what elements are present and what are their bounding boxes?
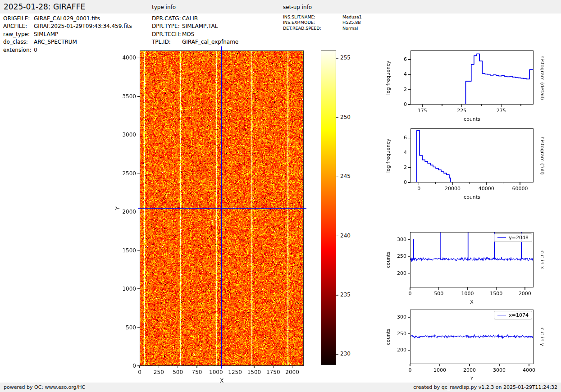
x-tick bbox=[410, 287, 410, 290]
field-value: MOS bbox=[182, 31, 194, 38]
y-axis-label-text: counts bbox=[385, 251, 391, 268]
y-tick bbox=[137, 365, 140, 366]
footer-bar: powered by QC: www.eso.org/HC created by… bbox=[0, 383, 561, 392]
y-tick bbox=[137, 173, 140, 173]
x-tick bbox=[496, 287, 497, 290]
y-tick bbox=[137, 96, 140, 96]
x-tick bbox=[520, 182, 520, 185]
qc-report-page: 2025-01-28: GIRAFFE type info set-up inf… bbox=[0, 0, 561, 392]
x-axis-label: counts bbox=[410, 116, 534, 122]
x-minor-tick bbox=[503, 182, 503, 184]
x-tick-label: 2000 bbox=[281, 369, 304, 375]
x-tick-label: 3000 bbox=[488, 367, 511, 373]
legend: y=2048 bbox=[494, 233, 532, 242]
y-axis-label-text: counts bbox=[385, 328, 391, 345]
y-tick bbox=[408, 182, 410, 182]
x-tick-label: 40000 bbox=[475, 186, 497, 191]
colorbar-tick-label: 255 bbox=[340, 55, 351, 61]
colorbar-tick-label: 245 bbox=[340, 173, 351, 179]
file-info-row: raw_type:SIMLAMP bbox=[3, 31, 132, 38]
y-tick bbox=[137, 58, 140, 58]
setup-info-row: DET.READ.SPEED:Normal bbox=[283, 26, 362, 31]
legend-label: x=1074 bbox=[509, 312, 529, 318]
field-label: INS.EXP.MODE: bbox=[283, 20, 342, 25]
field-label: DPR.CATG: bbox=[152, 15, 182, 23]
field-label: DPR.TECH: bbox=[152, 31, 182, 38]
x-tick bbox=[499, 364, 499, 366]
x-tick bbox=[439, 364, 440, 366]
x-tick-label: 4000 bbox=[518, 367, 540, 373]
y-tick bbox=[408, 104, 410, 105]
y-tick bbox=[137, 212, 140, 212]
field-label: TPL.ID: bbox=[152, 38, 182, 46]
x-axis-label: X bbox=[410, 299, 534, 305]
x-tick bbox=[525, 287, 525, 290]
field-value: SIMLAMP bbox=[34, 31, 58, 38]
field-value: H525.8B bbox=[342, 20, 361, 25]
x-tick-label: 275 bbox=[490, 108, 512, 114]
y-axis-label-text: log frequency bbox=[386, 60, 392, 94]
type-info-row: DPR.CATG:CALIB bbox=[152, 15, 238, 23]
file-info-block: ORIGFILE:GIRAF_CAL029_0001.fits ARCFILE:… bbox=[3, 15, 132, 54]
page-title: 2025-01-28: GIRAFFE bbox=[4, 2, 85, 11]
type-info-row: TPL.ID:GIRAF_cal_expfname bbox=[152, 38, 238, 46]
y-axis-label-text: log frequency bbox=[386, 138, 392, 172]
footer-left-text: powered by QC: www.eso.org/HC bbox=[4, 383, 85, 392]
colorbar-tick bbox=[336, 354, 338, 355]
y-tick bbox=[408, 59, 410, 59]
x-tick bbox=[467, 287, 468, 290]
x-tick bbox=[501, 105, 502, 107]
field-value: SIMLAMP,TAL bbox=[182, 23, 218, 30]
histogram-full-plot: 02000040000600000246countslog frequencyh… bbox=[410, 128, 534, 182]
x-tick-label: 1000 bbox=[456, 291, 479, 296]
x-tick-label: 1500 bbox=[485, 291, 507, 296]
x-axis-label: counts bbox=[410, 194, 534, 200]
x-tick-label: 1000 bbox=[429, 367, 451, 373]
y-tick bbox=[408, 256, 410, 257]
x-tick-label: 20000 bbox=[441, 186, 464, 191]
y-axis-label: Y bbox=[114, 50, 121, 366]
field-label: ORIGFILE: bbox=[3, 15, 34, 23]
x-tick bbox=[486, 182, 487, 185]
x-tick bbox=[461, 105, 462, 107]
histogram-detail-plot: 1752252750246countslog frequencyhistogra… bbox=[410, 50, 534, 105]
footer-right-text: created by qc_rawdisp.py v1.2.3 on 2025-… bbox=[413, 383, 557, 392]
title-bar: 2025-01-28: GIRAFFE type info set-up inf… bbox=[0, 0, 561, 14]
cut-in-x-plot: y=20480500100015002000200250300Xcountscu… bbox=[410, 232, 534, 287]
right-axis-label-text: cut in x bbox=[539, 251, 545, 269]
x-tick bbox=[235, 366, 235, 368]
y-tick bbox=[408, 333, 410, 334]
y-axis-label: counts bbox=[385, 232, 391, 287]
field-label: DPR.TYPE: bbox=[152, 23, 182, 30]
y-tick bbox=[137, 250, 140, 251]
x-tick bbox=[159, 366, 159, 368]
x-minor-tick bbox=[520, 105, 521, 106]
x-tick-label: 500 bbox=[428, 291, 450, 296]
y-tick bbox=[408, 273, 410, 273]
x-minor-tick bbox=[469, 182, 470, 184]
right-axis-label: cut in y bbox=[539, 310, 545, 364]
x-tick bbox=[422, 105, 423, 107]
right-axis-label-text: cut in y bbox=[539, 328, 545, 346]
legend-line-sample bbox=[497, 315, 506, 315]
colorbar-tick bbox=[336, 58, 338, 59]
x-tick bbox=[254, 366, 254, 368]
x-tick bbox=[469, 364, 470, 366]
file-info-row: do_class:ARC_SPECTRUM bbox=[3, 38, 132, 46]
field-label: do_class: bbox=[3, 38, 34, 46]
type-info-row: DPR.TECH:MOS bbox=[152, 31, 238, 38]
x-tick bbox=[292, 366, 292, 368]
x-tick bbox=[419, 182, 419, 185]
x-tick bbox=[410, 364, 410, 366]
colorbar-tick bbox=[336, 236, 338, 236]
setup-info-row: INS.EXP.MODE:H525.8B bbox=[283, 20, 362, 25]
y-axis-label: log frequency bbox=[385, 128, 392, 182]
colorbar-tick bbox=[336, 117, 338, 118]
file-info-row: extension:0 bbox=[3, 46, 132, 54]
x-tick bbox=[438, 287, 439, 290]
y-tick bbox=[408, 317, 410, 317]
x-tick bbox=[196, 366, 197, 368]
colorbar-tick bbox=[336, 295, 338, 295]
x-tick bbox=[529, 364, 529, 366]
x-tick-label: 225 bbox=[451, 108, 473, 114]
